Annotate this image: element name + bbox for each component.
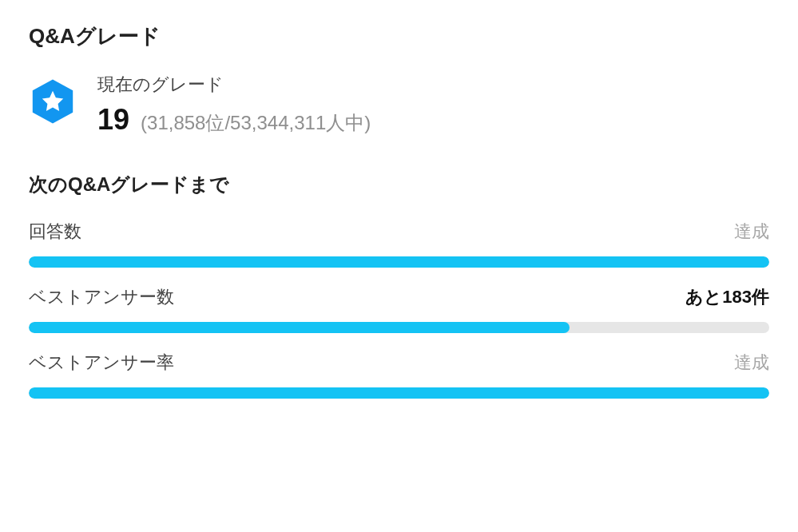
progress-status: あと183件: [685, 285, 769, 309]
progress-header: ベストアンサー率 達成: [29, 351, 769, 375]
grade-number: 19: [97, 103, 129, 137]
progress-bar-fill: [29, 322, 570, 333]
grade-value-row: 19 (31,858位/53,344,311人中): [97, 103, 371, 137]
grade-row: 現在のグレード 19 (31,858位/53,344,311人中): [29, 73, 769, 137]
progress-bar: [29, 322, 769, 333]
progress-bar: [29, 256, 769, 268]
progress-item-answers: 回答数 達成: [29, 220, 769, 268]
progress-bar: [29, 387, 769, 399]
grade-badge-icon: [29, 77, 77, 125]
progress-bar-fill: [29, 256, 769, 268]
progress-label: ベストアンサー率: [29, 351, 174, 375]
progress-item-best-answer-rate: ベストアンサー率 達成: [29, 351, 769, 399]
progress-status: 達成: [734, 351, 769, 375]
section-title: Q&Aグレード: [29, 22, 769, 50]
progress-label: 回答数: [29, 220, 81, 244]
progress-item-best-answers: ベストアンサー数 あと183件: [29, 285, 769, 333]
grade-info: 現在のグレード 19 (31,858位/53,344,311人中): [97, 73, 371, 137]
grade-rank: (31,858位/53,344,311人中): [141, 110, 371, 136]
next-grade-title: 次のQ&Aグレードまで: [29, 172, 769, 197]
grade-label: 現在のグレード: [97, 73, 371, 97]
progress-header: 回答数 達成: [29, 220, 769, 244]
progress-header: ベストアンサー数 あと183件: [29, 285, 769, 309]
progress-label: ベストアンサー数: [29, 285, 174, 309]
progress-status: 達成: [734, 220, 769, 244]
progress-bar-fill: [29, 387, 769, 399]
